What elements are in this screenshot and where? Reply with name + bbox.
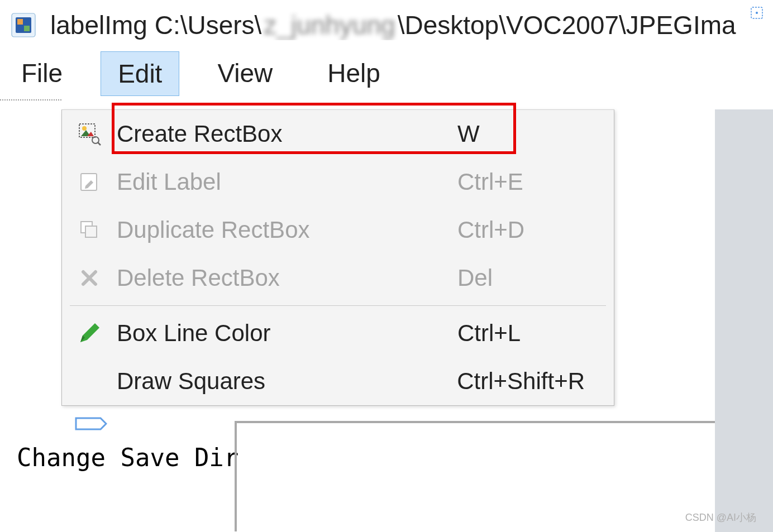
- toolbar-separator: [0, 99, 61, 100]
- svg-rect-14: [85, 226, 97, 237]
- app-name: labelImg: [50, 10, 147, 40]
- menu-item-label: Create RectBox: [117, 121, 457, 147]
- menu-item-shortcut: Ctrl+L: [457, 320, 614, 347]
- menu-item-shortcut: Ctrl+E: [457, 169, 614, 195]
- menu-file[interactable]: File: [4, 51, 79, 96]
- menu-item-shortcut: Del: [457, 265, 614, 291]
- path-suffix: \Desktop\VOC2007\JPEGIma: [398, 10, 736, 40]
- menu-item-label: Draw Squares: [117, 368, 457, 395]
- menu-draw-squares[interactable]: Draw Squares Ctrl+Shift+R: [62, 357, 614, 405]
- menu-edit[interactable]: Edit: [101, 51, 179, 96]
- svg-line-11: [98, 142, 101, 145]
- menu-box-line-color[interactable]: Box Line Color Ctrl+L: [62, 309, 614, 357]
- toolbar-folder-arrow-icon[interactable]: [67, 411, 112, 444]
- delete-icon: [62, 266, 117, 290]
- menu-item-label: Delete RectBox: [117, 265, 457, 291]
- menu-item-shortcut: W: [457, 121, 614, 147]
- menu-duplicate-rectbox: Duplicate RectBox Ctrl+D: [62, 206, 614, 254]
- menu-edit-label: Edit Label Ctrl+E: [62, 158, 614, 206]
- content-panel: [235, 421, 715, 531]
- svg-rect-4: [17, 19, 23, 25]
- watermark: CSDN @AI小杨: [685, 511, 756, 524]
- duplicate-icon: [62, 218, 117, 242]
- pencil-icon: [62, 321, 117, 346]
- edit-dropdown: Create RectBox W Edit Label Ctrl+E Dupli…: [61, 109, 614, 406]
- expand-icon[interactable]: [750, 6, 764, 20]
- change-save-dir-label: Change Save Dir: [17, 443, 238, 472]
- menu-delete-rectbox: Delete RectBox Del: [62, 254, 614, 302]
- right-panel-strip: [715, 109, 773, 532]
- svg-rect-12: [81, 174, 97, 190]
- edit-icon: [62, 170, 117, 194]
- dropdown-separator: [70, 305, 606, 306]
- svg-marker-17: [80, 323, 99, 342]
- titlebar: labelImg C:\Users\ z_junhyung \Desktop\V…: [0, 0, 773, 46]
- menu-view[interactable]: View: [201, 51, 289, 96]
- app-icon: [10, 12, 37, 39]
- svg-point-7: [82, 126, 87, 131]
- menu-item-shortcut: Ctrl+Shift+R: [457, 368, 614, 395]
- svg-rect-5: [24, 26, 30, 31]
- menu-help[interactable]: Help: [311, 51, 397, 96]
- svg-point-1: [756, 12, 758, 14]
- menubar: File Edit View Help: [0, 46, 773, 99]
- menu-item-label: Box Line Color: [117, 320, 457, 347]
- menu-item-label: Duplicate RectBox: [117, 217, 457, 243]
- path-prefix: C:\Users\: [155, 10, 262, 40]
- create-rect-icon: [62, 122, 117, 146]
- menu-item-label: Edit Label: [117, 169, 457, 195]
- menu-create-rectbox[interactable]: Create RectBox W: [62, 110, 614, 158]
- path-blurred: z_junhyung: [264, 10, 395, 40]
- window-title: labelImg C:\Users\ z_junhyung \Desktop\V…: [50, 10, 736, 40]
- menu-item-shortcut: Ctrl+D: [457, 217, 614, 243]
